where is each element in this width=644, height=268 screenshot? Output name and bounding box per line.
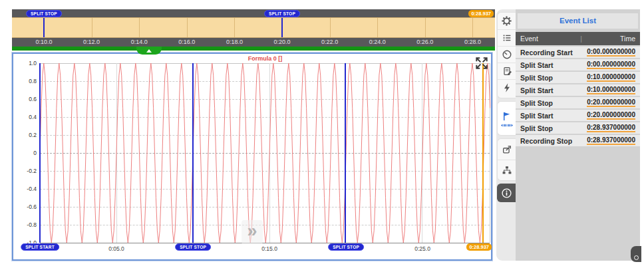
info-tab-active[interactable] (497, 184, 516, 202)
timeline-tick (92, 18, 92, 37)
event-name: Split Stop (520, 99, 553, 107)
chart-end-time-badge[interactable]: 0:28.937 (466, 243, 492, 251)
timeline-scale: 0:10.00:12.00:14.00:16.00:18.00:20.00:22… (12, 38, 495, 47)
position-marker-line[interactable] (482, 63, 484, 243)
share-icon (502, 144, 512, 155)
y-axis-label: -0.8 (27, 221, 37, 228)
event-row: Split Start0:10.000000000 (516, 84, 640, 96)
event-name: Recording Stop (520, 137, 572, 145)
export-button[interactable] (498, 139, 516, 160)
timeline-tick-label: 0:22.0 (321, 39, 338, 45)
setup-report-button[interactable] (498, 63, 516, 79)
y-axis: 1.00.80.60.40.20-0.2-0.4-0.6-0.8-1.0 (15, 63, 39, 243)
event-time-value[interactable]: 0:00.000000000 (587, 61, 635, 69)
measure-mode-button[interactable] (498, 46, 516, 63)
overview-timeline[interactable]: 0:28.937 SPLIT STOPSPLIT STOP 0:10.00:12… (12, 9, 495, 47)
timeline-marker-strip: 0:28.937 SPLIT STOPSPLIT STOP (12, 9, 495, 17)
gear-icon (501, 15, 512, 27)
split-marker-line[interactable] (345, 63, 346, 243)
event-name: Split Start (520, 86, 554, 94)
gauge-icon (502, 49, 512, 60)
timeline-band[interactable] (12, 17, 495, 38)
event-row: Split Stop0:20.000000000 (516, 97, 640, 108)
flag-icon (501, 110, 512, 122)
timeline-tick-label: 0:24.0 (369, 39, 386, 45)
x-axis-label: 0:25.0 (414, 245, 430, 252)
timeline-tick (472, 18, 473, 37)
event-list-panel: Event List Event | Time Recording Start0… (516, 9, 640, 261)
column-divider[interactable]: | (580, 35, 582, 43)
y-axis-label: 0.2 (29, 132, 37, 138)
event-time-value[interactable]: 0:20.000000000 (587, 111, 635, 120)
plot-area[interactable]: » (40, 63, 490, 243)
waveform-chart-panel[interactable]: Formula 0 [] 1.00.80.60.40.20-0.2-0.4-0.… (12, 53, 492, 261)
timeline-split-pill[interactable]: SPLIT STOP (26, 10, 62, 17)
event-name: Recording Start (520, 49, 573, 57)
event-list-title: Event List (518, 13, 638, 29)
x-axis-label: 0:05.0 (108, 245, 124, 252)
event-name: Split Start (520, 61, 554, 69)
event-name: Split Stop (520, 74, 553, 82)
app-window: 0:28.937 SPLIT STOPSPLIT STOP 0:10.00:12… (0, 0, 644, 268)
event-time-value[interactable]: 0:00.000000000 (587, 48, 635, 57)
timeline-tick (187, 18, 188, 37)
timeline-split-line[interactable] (43, 18, 45, 37)
column-header-event: Event (520, 35, 538, 43)
split-marker-pill[interactable]: SPLIT START (21, 243, 59, 251)
chevron-up-icon (146, 49, 152, 53)
y-axis-label: 0.8 (29, 78, 37, 84)
panel-resize-handle[interactable] (631, 246, 641, 262)
toolbar-group-bottom (497, 138, 516, 181)
timeline-tick-label: 0:12.0 (83, 39, 100, 45)
timeline-split-pill[interactable]: SPLIT STOP (264, 10, 300, 17)
split-marker-pill[interactable]: SPLIT STOP (175, 243, 211, 251)
list-icon (502, 33, 512, 43)
event-row: Recording Stop0:28.937000000 (516, 135, 640, 146)
y-axis-label: 0.4 (29, 114, 37, 120)
y-axis-label: 0.6 (29, 96, 37, 102)
event-time-value[interactable]: 0:28.937000000 (587, 124, 635, 132)
fast-forward-button[interactable]: » (242, 220, 263, 244)
fullscreen-expand-icon[interactable] (474, 56, 489, 70)
events-tab-active[interactable] (497, 101, 516, 136)
info-icon (501, 188, 512, 199)
document-edit-icon (502, 66, 512, 76)
x-axis: 0:28.937 0:05.00:15.00:25.0SPLIT STARTSP… (40, 243, 490, 254)
timeline-tick-label: 0:16.0 (178, 39, 195, 45)
storing-button[interactable] (498, 79, 516, 96)
event-time-value[interactable]: 0:28.937000000 (587, 136, 635, 145)
event-time-value[interactable]: 0:20.000000000 (587, 98, 635, 107)
timeline-end-time-badge[interactable]: 0:28.937 (468, 10, 494, 17)
timeline-tick (330, 18, 331, 37)
channel-list-button[interactable] (498, 29, 516, 46)
overview-expand-tab[interactable] (136, 47, 162, 55)
y-axis-label: -0.4 (27, 186, 37, 192)
event-time-value[interactable]: 0:10.000000000 (587, 86, 635, 94)
settings-button[interactable] (498, 13, 516, 29)
timeline-tick-label: 0:28.0 (464, 39, 481, 45)
event-time-value[interactable]: 0:10.000000000 (587, 73, 635, 82)
timeline-tick-label: 0:18.0 (226, 39, 243, 45)
y-axis-label: 0 (33, 150, 37, 156)
x-axis-label: 0:15.0 (261, 245, 277, 252)
split-marker-pill[interactable]: SPLIT STOP (328, 243, 364, 251)
split-marker-line[interactable] (192, 63, 194, 243)
y-axis-label: -0.6 (27, 203, 37, 210)
timeline-tick-label: 0:14.0 (131, 39, 148, 45)
timeline-tick-label: 0:20.0 (274, 39, 291, 45)
network-button[interactable] (498, 160, 516, 180)
timeline-tick (425, 18, 426, 37)
y-axis-label: -0.2 (27, 168, 37, 174)
right-toolbar (496, 9, 516, 261)
event-list-header: Event | Time (516, 32, 640, 45)
toolbar-group-top (497, 12, 516, 98)
timeline-split-line[interactable] (281, 18, 283, 37)
event-name: Split Start (520, 112, 554, 120)
split-range-marks-icon (501, 124, 513, 127)
column-header-time: Time (620, 35, 635, 43)
split-marker-line[interactable] (39, 63, 41, 243)
timeline-tick (139, 18, 140, 37)
chart-title: Formula 0 [] (40, 55, 490, 62)
event-row: Recording Start0:00.000000000 (516, 47, 640, 58)
lightning-icon (502, 82, 512, 93)
